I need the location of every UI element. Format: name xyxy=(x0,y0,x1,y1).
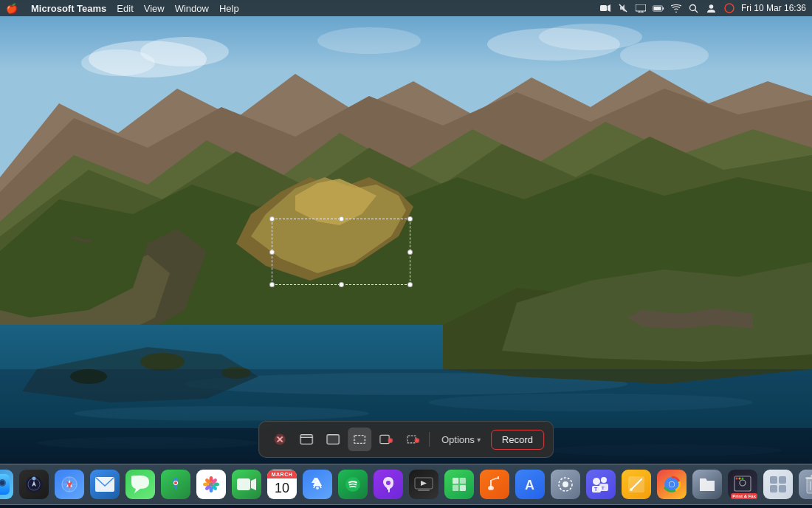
dock-item-safari[interactable] xyxy=(53,468,86,501)
user-icon[interactable] xyxy=(706,2,718,14)
svg-point-127 xyxy=(739,478,741,480)
dock-item-mail[interactable] xyxy=(89,468,121,501)
teams-icon: T T xyxy=(586,470,616,499)
video-menubar-icon[interactable] xyxy=(599,2,611,14)
capture-fullscreen-button[interactable] xyxy=(321,428,345,451)
facetime-icon xyxy=(232,470,261,499)
chrome-icon xyxy=(657,470,687,499)
record-selection-button[interactable] xyxy=(401,428,424,451)
close-capture-button[interactable] xyxy=(268,428,292,451)
dock-item-teams[interactable]: T T xyxy=(585,468,617,501)
dock-item-trash[interactable] xyxy=(797,468,812,501)
record-label: Record xyxy=(502,434,533,445)
svg-point-123 xyxy=(670,482,675,487)
svg-point-29 xyxy=(140,353,185,371)
svg-point-112 xyxy=(601,477,607,483)
dock-item-sketchbook[interactable] xyxy=(620,468,653,501)
dock-item-systemprefs[interactable] xyxy=(549,468,582,501)
svg-rect-108 xyxy=(498,476,499,479)
podcasts-icon xyxy=(374,470,403,499)
dock-item-maps[interactable] xyxy=(159,468,192,501)
view-menu[interactable]: View xyxy=(144,3,165,14)
screen-menubar-icon[interactable] xyxy=(635,2,647,14)
finder-icon xyxy=(0,470,13,499)
capture-selection-button[interactable] xyxy=(348,428,371,451)
svg-marker-35 xyxy=(608,4,610,12)
dock-item-grid[interactable] xyxy=(762,468,794,501)
grid-icon xyxy=(763,470,793,499)
dock-item-spotify[interactable] xyxy=(337,468,369,501)
wifi-icon xyxy=(670,2,682,14)
svg-rect-54 xyxy=(354,436,365,444)
svg-rect-103 xyxy=(453,485,458,491)
svg-rect-104 xyxy=(460,485,466,491)
svg-rect-42 xyxy=(653,6,661,10)
svg-text:T: T xyxy=(594,487,598,492)
dock-item-messages[interactable] xyxy=(124,468,156,501)
svg-rect-131 xyxy=(770,485,777,492)
svg-point-70 xyxy=(32,477,36,481)
siri-icon[interactable] xyxy=(723,2,735,14)
dock-item-garageband[interactable] xyxy=(478,468,511,501)
svg-rect-34 xyxy=(600,5,607,11)
dock-item-photos[interactable] xyxy=(195,468,227,501)
capture-window-button[interactable] xyxy=(295,428,318,451)
svg-rect-133 xyxy=(807,478,812,493)
record-window-button[interactable] xyxy=(374,428,398,451)
svg-rect-130 xyxy=(779,476,786,484)
audio-menubar-icon[interactable] xyxy=(617,2,629,14)
safari-icon xyxy=(55,470,84,499)
menubar-right: Fri 10 Mar 16:36 xyxy=(599,2,806,14)
svg-point-95 xyxy=(386,481,390,485)
photos-icon xyxy=(196,470,226,499)
svg-point-80 xyxy=(174,481,177,484)
svg-rect-132 xyxy=(779,485,786,492)
datetime-display: Fri 10 Mar 16:36 xyxy=(741,3,806,13)
svg-point-92 xyxy=(316,487,319,490)
dock-item-appstore2[interactable]: A xyxy=(514,468,546,501)
svg-point-126 xyxy=(736,478,738,480)
dock-item-podcasts[interactable] xyxy=(372,468,405,501)
apple-menu[interactable]: 🍎 xyxy=(6,3,18,14)
edit-menu[interactable]: Edit xyxy=(117,3,133,14)
dock-item-appletv[interactable] xyxy=(407,468,440,501)
spotlight-icon[interactable] xyxy=(688,2,700,14)
dock-item-launchpad[interactable] xyxy=(18,468,50,501)
svg-point-125 xyxy=(740,480,746,486)
dock-item-appstore[interactable] xyxy=(301,468,334,501)
dock-item-numbers[interactable] xyxy=(443,468,475,501)
appletv-icon xyxy=(409,470,438,499)
svg-rect-58 xyxy=(407,436,416,443)
svg-text:A: A xyxy=(525,478,534,492)
svg-point-128 xyxy=(742,478,744,480)
svg-rect-106 xyxy=(490,480,492,489)
dock-item-chrome[interactable] xyxy=(656,468,688,501)
dock-item-calendar[interactable]: MARCH 10 xyxy=(266,468,298,501)
svg-marker-98 xyxy=(421,481,427,486)
screenshot-badge: Print & Fax xyxy=(731,493,757,499)
appstore-icon xyxy=(303,470,332,499)
svg-rect-102 xyxy=(460,478,466,484)
svg-point-114 xyxy=(593,478,600,485)
svg-point-7 xyxy=(317,27,421,54)
options-button[interactable]: Options ▾ xyxy=(434,430,488,449)
record-button[interactable]: Record xyxy=(491,430,544,450)
svg-rect-101 xyxy=(453,478,458,484)
svg-line-45 xyxy=(695,10,698,13)
mail-icon xyxy=(90,470,120,499)
garageband-icon xyxy=(480,470,509,499)
menubar-left: 🍎 Microsoft Teams Edit View Window Help xyxy=(6,3,599,14)
dock-item-files[interactable] xyxy=(691,468,723,501)
svg-point-5 xyxy=(539,24,642,50)
svg-point-60 xyxy=(416,439,419,442)
calendar-icon: MARCH 10 xyxy=(267,470,297,499)
window-menu[interactable]: Window xyxy=(175,3,209,14)
svg-point-57 xyxy=(389,439,392,442)
dock-item-screenshot[interactable]: Print & Fax xyxy=(726,468,759,501)
dock-item-finder[interactable] xyxy=(0,468,15,501)
app-name-menu[interactable]: Microsoft Teams xyxy=(31,3,106,14)
capture-toolbar: Options ▾ Record xyxy=(258,421,554,458)
dock-item-facetime[interactable] xyxy=(230,468,263,501)
help-menu[interactable]: Help xyxy=(219,3,239,14)
svg-point-3 xyxy=(81,49,155,76)
